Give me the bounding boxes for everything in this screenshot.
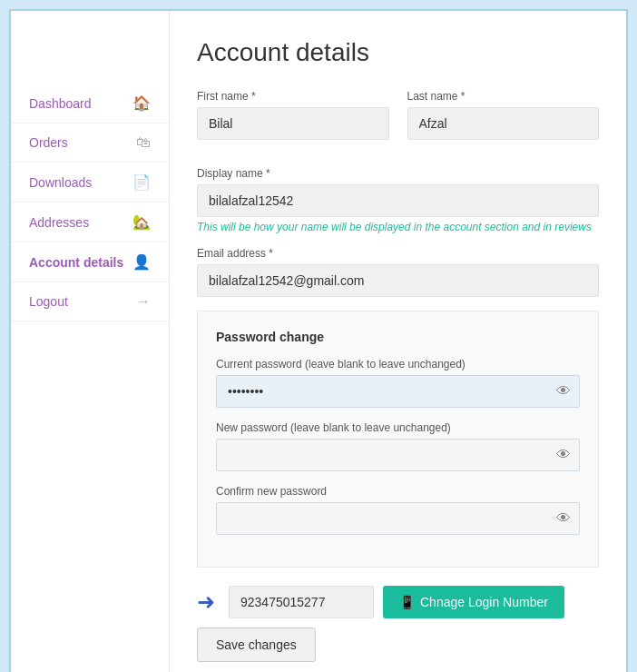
sidebar-label-dashboard: Dashboard [29,96,92,111]
last-name-label: Last name * [407,90,600,103]
sidebar-item-orders[interactable]: Orders 🛍 [11,124,169,163]
new-password-wrapper: 👁 [216,439,580,471]
page-title: Account details [197,38,599,67]
display-name-hint: This will be how your name will be displ… [197,221,599,233]
email-group: Email address * [197,247,599,297]
save-changes-label: Save changes [216,637,297,652]
confirm-password-eye-icon[interactable]: 👁 [556,510,571,527]
change-login-button-label: Chnage Login Number [420,595,548,609]
last-name-group: Last name * [407,90,600,140]
change-login-button[interactable]: 📱 Chnage Login Number [383,586,564,618]
name-row: First name * Last name * [197,90,599,153]
account-details-icon: 👤 [132,253,151,271]
sidebar-label-orders: Orders [29,135,68,150]
confirm-password-input[interactable] [216,502,580,535]
sidebar-label-addresses: Addresses [29,215,89,230]
current-password-eye-icon[interactable]: 👁 [556,383,571,400]
display-name-group: Display name * This will be how your nam… [197,167,599,233]
current-password-input[interactable] [216,375,580,408]
first-name-input[interactable] [197,107,389,140]
sidebar-item-account-details[interactable]: Account details 👤 [11,242,169,282]
dashboard-icon: 🏠 [132,94,151,112]
sidebar-item-logout[interactable]: Logout → [11,282,169,321]
first-name-label: First name * [197,90,389,103]
bottom-row: ➜ 📱 Chnage Login Number [197,586,599,618]
new-password-label: New password (leave blank to leave uncha… [216,421,580,434]
phone-input[interactable] [229,586,374,618]
last-name-input[interactable] [407,107,600,140]
email-label: Email address * [197,247,599,260]
save-changes-button[interactable]: Save changes [197,628,316,662]
sidebar-label-downloads: Downloads [29,175,92,190]
downloads-icon: 📄 [132,173,151,191]
new-password-group: New password (leave blank to leave uncha… [216,421,580,471]
sidebar-item-addresses[interactable]: Addresses 🏡 [11,203,169,242]
sidebar-item-downloads[interactable]: Downloads 📄 [11,163,169,203]
display-name-label: Display name * [197,167,599,180]
arrow-right-icon: ➜ [197,589,215,615]
current-password-wrapper: 👁 [216,375,580,408]
email-input[interactable] [197,264,599,297]
logout-icon: → [136,293,151,310]
current-password-group: Current password (leave blank to leave u… [216,358,580,408]
password-section: Password change Current password (leave … [197,311,599,568]
sidebar-label-logout: Logout [29,294,68,309]
confirm-password-label: Confirm new password [216,485,580,498]
sidebar-label-account-details: Account details [29,255,123,270]
new-password-input[interactable] [216,439,580,471]
phone-icon: 📱 [399,595,415,609]
first-name-group: First name * [197,90,389,140]
confirm-password-group: Confirm new password 👁 [216,485,580,535]
orders-icon: 🛍 [136,134,151,151]
main-content: Account details First name * Last name *… [170,11,626,672]
current-password-label: Current password (leave blank to leave u… [216,358,580,371]
sidebar-item-dashboard[interactable]: Dashboard 🏠 [11,84,169,124]
confirm-password-wrapper: 👁 [216,502,580,535]
display-name-input[interactable] [197,184,599,217]
new-password-eye-icon[interactable]: 👁 [556,447,571,463]
password-section-title: Password change [216,330,580,344]
sidebar: Dashboard 🏠 Orders 🛍 Downloads 📄 Address… [11,11,170,672]
addresses-icon: 🏡 [132,213,151,231]
